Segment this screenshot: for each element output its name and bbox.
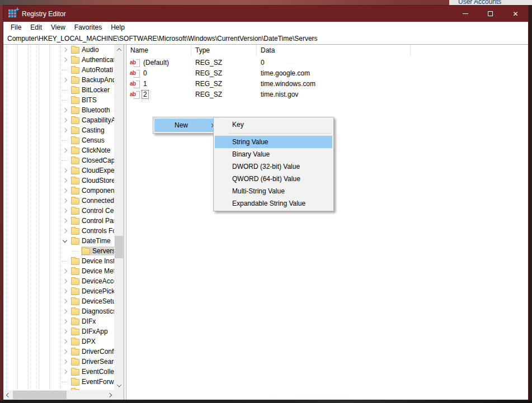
menu-help[interactable]: Help: [106, 23, 129, 31]
tree-expander-icon[interactable]: [62, 320, 70, 323]
submenu-item[interactable]: DWORD (32-bit) Value: [215, 160, 332, 173]
tree-expander-icon[interactable]: [62, 90, 70, 91]
tree-expander-icon[interactable]: [62, 290, 70, 293]
tree-item[interactable]: BitLocker: [3, 85, 114, 95]
tree-expander-icon[interactable]: [62, 100, 70, 101]
tree-expander-icon[interactable]: [62, 78, 70, 82]
address-bar[interactable]: Computer\HKEY_LOCAL_MACHINE\SOFTWARE\Mic…: [3, 32, 528, 45]
tree-item[interactable]: AutoRotati: [3, 65, 114, 75]
tree-item[interactable]: CloudExper: [3, 165, 114, 176]
tree-item[interactable]: Componen: [3, 186, 114, 196]
value-row[interactable]: ab 2 REG_SZ time.nist.gov: [126, 89, 528, 99]
tree-item[interactable]: Device Insta: [3, 256, 114, 266]
tree-item[interactable]: DeviceSetu: [3, 296, 114, 306]
submenu-item[interactable]: String Value: [215, 136, 332, 148]
tree-expander-icon[interactable]: [62, 118, 70, 122]
tree-expander-icon[interactable]: [62, 350, 70, 353]
tree-item[interactable]: BackupAnd: [3, 75, 114, 85]
tree-item[interactable]: Authenticat: [3, 55, 114, 65]
scroll-left-icon[interactable]: [3, 390, 13, 400]
tree-expander-icon[interactable]: [62, 229, 70, 233]
tree-item[interactable]: CloudStore: [3, 176, 114, 186]
tree-expander-icon[interactable]: [62, 189, 70, 192]
menu-view[interactable]: View: [46, 23, 70, 31]
minimize-button[interactable]: [453, 6, 478, 22]
column-header-data[interactable]: Data: [257, 45, 411, 56]
tree-item[interactable]: EventColled: [3, 367, 114, 377]
value-row[interactable]: ab 0 REG_SZ time.google.com: [126, 68, 528, 78]
column-header-type[interactable]: Type: [191, 45, 257, 56]
tree-expander-icon[interactable]: [62, 310, 70, 313]
tree-expander-icon[interactable]: [62, 129, 70, 132]
context-menu-item-new[interactable]: New: [154, 118, 218, 132]
tree-item[interactable]: DateTime: [3, 236, 114, 246]
tree-expander-icon[interactable]: [72, 251, 81, 252]
tree-expander-icon[interactable]: [62, 160, 70, 161]
tree-expander-icon[interactable]: [62, 330, 70, 333]
tree-expander-icon[interactable]: [62, 169, 70, 172]
tree-item[interactable]: BITS: [3, 95, 114, 105]
tree-item[interactable]: Control Cen: [3, 206, 114, 216]
tree-expander-icon[interactable]: [62, 360, 70, 363]
tree-item[interactable]: EventForwa: [3, 377, 114, 387]
tree-expander-icon[interactable]: [62, 300, 70, 303]
tree-expander-icon[interactable]: [62, 149, 70, 152]
scroll-down-icon[interactable]: [114, 381, 124, 390]
submenu-item[interactable]: QWORD (64-bit) Value: [215, 173, 332, 185]
tree-expander-icon[interactable]: [62, 48, 70, 51]
tree-item[interactable]: DriverConfi: [3, 347, 114, 357]
menu-edit[interactable]: Edit: [26, 23, 46, 31]
tree-item[interactable]: DIFxApp: [3, 326, 114, 336]
menu-file[interactable]: File: [6, 23, 26, 31]
horizontal-scroll-thumb[interactable]: [13, 391, 67, 399]
submenu-item[interactable]: Expandable String Value: [215, 197, 332, 210]
tree-expander-icon[interactable]: [62, 219, 70, 222]
submenu-item[interactable]: Key: [215, 118, 332, 131]
submenu-item[interactable]: Multi-String Value: [215, 185, 332, 197]
value-row[interactable]: ab (Default) REG_SZ 0: [126, 57, 528, 68]
value-row[interactable]: ab 1 REG_SZ time.windows.com: [126, 78, 528, 89]
tree-item[interactable]: Control Pan: [3, 216, 114, 226]
submenu-item[interactable]: Binary Value: [215, 148, 332, 160]
tree-expander-icon[interactable]: [62, 70, 70, 70]
tree-item[interactable]: DevicePicke: [3, 286, 114, 296]
tree-item[interactable]: DIFx: [3, 316, 114, 326]
tree-expander-icon[interactable]: [62, 58, 70, 61]
tree-item[interactable]: Census: [3, 135, 114, 145]
tree-item[interactable]: Servers: [3, 246, 114, 256]
tree-expander-icon[interactable]: [62, 279, 70, 283]
tree-item[interactable]: Diagnostics: [3, 306, 114, 316]
tree-item[interactable]: ClickNote: [3, 145, 114, 155]
tree-item[interactable]: CapabilityA: [3, 115, 114, 125]
tree-expander-icon[interactable]: [62, 261, 70, 262]
tree-expander-icon[interactable]: [62, 108, 70, 112]
tree-expander-icon[interactable]: [62, 269, 70, 273]
scroll-up-icon[interactable]: [114, 45, 124, 54]
tree-expander-icon[interactable]: [62, 340, 70, 343]
tree-item[interactable]: Connected: [3, 196, 114, 206]
background-window-user-accounts[interactable]: User Accounts: [449, 0, 532, 5]
tree-expander-icon[interactable]: [62, 199, 70, 202]
column-header-name[interactable]: Name: [126, 45, 191, 56]
tree-item[interactable]: Bluetooth: [3, 105, 114, 115]
vertical-scroll-thumb[interactable]: [115, 236, 123, 258]
tree-item[interactable]: DeviceAcce: [3, 276, 114, 286]
maximize-button[interactable]: [478, 6, 503, 22]
tree-item[interactable]: Device Met: [3, 266, 114, 276]
tree-expander-icon[interactable]: [62, 140, 70, 141]
tree-item[interactable]: DPX: [3, 336, 114, 347]
tree-item[interactable]: DriverSearc: [3, 357, 114, 367]
tree-expander-icon[interactable]: [62, 179, 70, 182]
menu-favorites[interactable]: Favorites: [70, 23, 106, 31]
close-button[interactable]: ✕: [503, 6, 528, 22]
tree-item[interactable]: Audio: [3, 45, 114, 55]
tree-expander-icon[interactable]: [62, 382, 70, 382]
tree-item[interactable]: Casting: [3, 125, 114, 135]
tree-vertical-scrollbar[interactable]: [114, 45, 124, 390]
tree-expander-icon[interactable]: [62, 240, 70, 242]
tree-horizontal-scrollbar[interactable]: [3, 390, 114, 400]
tree-expander-icon[interactable]: [62, 209, 70, 212]
scroll-right-icon[interactable]: [105, 390, 114, 400]
tree-item[interactable]: ClosedCapt: [3, 155, 114, 165]
tree-expander-icon[interactable]: [62, 370, 70, 373]
